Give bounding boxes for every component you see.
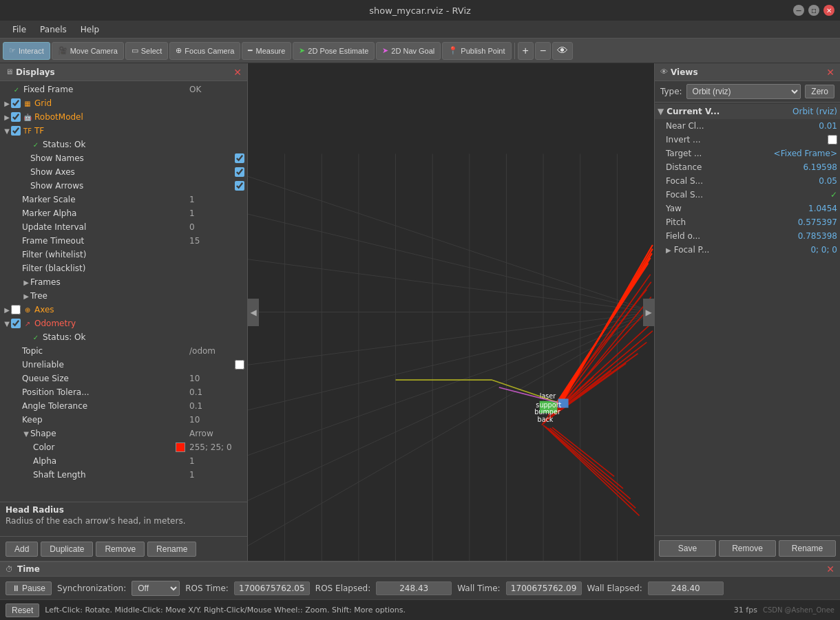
axes-checkbox[interactable] [11, 305, 21, 314]
maximize-button[interactable]: □ [808, 5, 819, 16]
duplicate-button[interactable]: Duplicate [41, 542, 93, 557]
unreliable-item[interactable]: Unreliable [0, 358, 247, 372]
fixed-frame-item[interactable]: ✓ Fixed Frame OK [0, 83, 247, 96]
shape-expand-arrow[interactable]: ▼ [22, 430, 30, 438]
tree-expand-arrow[interactable]: ▶ [22, 292, 30, 300]
position-tolerance-value[interactable]: 0.1 [189, 387, 244, 397]
focal-point-value[interactable]: 0; 0; 0 [810, 245, 837, 255]
pose-icon: ➤ [299, 46, 305, 55]
3d-viewport[interactable]: laser support bumper back ◀ ▶ [248, 63, 654, 561]
grid-expand-arrow[interactable]: ▶ [3, 100, 11, 107]
focal-scale1-value[interactable]: 0.05 [819, 176, 837, 186]
shaft-length-value[interactable]: 1 [189, 470, 244, 480]
alpha-value[interactable]: 1 [189, 456, 244, 466]
odometry-expand-arrow[interactable]: ▼ [3, 320, 11, 328]
views-remove-button[interactable]: Remove [719, 540, 776, 557]
near-clip-value[interactable]: 0.01 [819, 121, 837, 131]
view-settings-button[interactable]: 👁 [552, 42, 573, 60]
focal-point-expand[interactable]: ▶ [666, 246, 671, 254]
keep-value[interactable]: 10 [189, 415, 244, 425]
tf-item[interactable]: ▼ TF TF [0, 124, 247, 138]
shape-value[interactable]: Arrow [189, 429, 244, 438]
distance-value[interactable]: 6.19598 [803, 162, 837, 172]
focal-point-item[interactable]: ▶ Focal P... 0; 0; 0 [655, 243, 840, 257]
pitch-label: Pitch [666, 217, 798, 227]
interact-button[interactable]: ☞ Interact [3, 42, 50, 60]
time-close-button[interactable]: ✕ [826, 564, 834, 575]
views-rename-button[interactable]: Rename [779, 540, 836, 557]
frames-expand-arrow[interactable]: ▶ [22, 279, 30, 286]
show-arrows-checkbox[interactable] [235, 181, 244, 191]
pitch-value[interactable]: 0.575397 [798, 217, 837, 227]
close-button[interactable]: ✕ [823, 5, 834, 16]
move-camera-button[interactable]: 🎥 Move Camera [52, 42, 124, 60]
unreliable-checkbox[interactable] [235, 360, 244, 370]
focus-camera-button[interactable]: ⊕ Focus Camera [169, 42, 240, 60]
invert-item[interactable]: Invert ... [655, 133, 840, 147]
marker-alpha-value[interactable]: 1 [189, 209, 244, 218]
viewport-nav-left[interactable]: ◀ [248, 299, 259, 326]
show-axes-item[interactable]: Show Axes [0, 165, 247, 179]
displays-close-button[interactable]: ✕ [233, 67, 242, 78]
shape-item[interactable]: ▼ Shape Arrow [0, 427, 247, 440]
focal-scale2-item[interactable]: Focal S... ✓ [655, 188, 840, 202]
2d-nav-button[interactable]: ➤ 2D Nav Goal [376, 42, 441, 60]
target-frame-value[interactable]: <Fixed Frame> [774, 149, 837, 158]
menu-file[interactable]: File [6, 23, 33, 36]
color-item[interactable]: Color 255; 25; 0 [0, 440, 247, 454]
show-names-item[interactable]: Show Names [0, 151, 247, 165]
menu-help[interactable]: Help [74, 23, 106, 36]
ros-elapsed-value: 248.43 [376, 581, 452, 595]
robot-model-item[interactable]: ▶ 🤖 RobotModel [0, 110, 247, 124]
publish-point-button[interactable]: 📍 Publish Point [442, 42, 511, 60]
current-view-header[interactable]: ▼ Current V... Orbit (rviz) [655, 104, 840, 119]
axes-item[interactable]: ▶ ⊕ Axes [0, 303, 247, 317]
remove-button[interactable]: Remove [96, 542, 145, 557]
measure-button[interactable]: ━ Measure [242, 42, 291, 60]
minimize-button[interactable]: ─ [793, 5, 804, 16]
invert-checkbox[interactable] [828, 135, 837, 145]
marker-scale-value[interactable]: 1 [189, 195, 244, 204]
odometry-item[interactable]: ▼ ↗ Odometry [0, 317, 247, 330]
viewport-nav-right[interactable]: ▶ [643, 299, 654, 326]
frame-timeout-value[interactable]: 15 [189, 236, 244, 246]
rename-button[interactable]: Rename [147, 542, 196, 557]
show-names-checkbox[interactable] [235, 153, 244, 163]
current-view-expand[interactable]: ▼ [658, 107, 664, 116]
color-field[interactable]: 255; 25; 0 [176, 442, 244, 452]
2d-pose-button[interactable]: ➤ 2D Pose Estimate [293, 42, 375, 60]
update-interval-value[interactable]: 0 [189, 222, 244, 232]
add-button[interactable]: Add [6, 542, 38, 557]
queue-size-value[interactable]: 10 [189, 374, 244, 383]
views-type-select[interactable]: Orbit (rviz) [686, 84, 801, 99]
queue-size-label: Queue Size [22, 374, 189, 383]
angle-tolerance-value[interactable]: 0.1 [189, 401, 244, 411]
reset-button[interactable]: Reset [6, 603, 39, 617]
yaw-value[interactable]: 1.0454 [808, 204, 837, 213]
robot-model-checkbox[interactable] [11, 112, 21, 122]
zero-button[interactable]: Zero [805, 85, 834, 98]
fov-value[interactable]: 0.785398 [798, 231, 837, 241]
grid-checkbox[interactable] [11, 98, 21, 108]
grid-item[interactable]: ▶ ▦ Grid [0, 96, 247, 110]
show-arrows-item[interactable]: Show Arrows [0, 179, 247, 193]
zoom-out-button[interactable]: − [535, 42, 551, 60]
show-axes-checkbox[interactable] [235, 167, 244, 177]
publish-icon: 📍 [448, 46, 458, 55]
sync-select[interactable]: Off Exact Sync [132, 581, 180, 596]
frames-item[interactable]: ▶ Frames [0, 275, 247, 289]
zoom-in-button[interactable]: + [518, 42, 534, 60]
menu-bar: File Panels Help [0, 21, 840, 39]
tf-expand-arrow[interactable]: ▼ [3, 127, 11, 135]
menu-panels[interactable]: Panels [33, 23, 74, 36]
views-save-button[interactable]: Save [659, 540, 716, 557]
select-button[interactable]: ▭ Select [125, 42, 169, 60]
pause-button[interactable]: ⏸ Pause [6, 581, 52, 595]
tf-checkbox[interactable] [11, 126, 21, 136]
odometry-checkbox[interactable] [11, 319, 21, 328]
axes-expand-arrow[interactable]: ▶ [3, 306, 11, 314]
robot-expand-arrow[interactable]: ▶ [3, 114, 11, 121]
tree-item[interactable]: ▶ Tree [0, 289, 247, 303]
views-close-button[interactable]: ✕ [826, 67, 834, 78]
topic-value[interactable]: /odom [189, 346, 244, 356]
